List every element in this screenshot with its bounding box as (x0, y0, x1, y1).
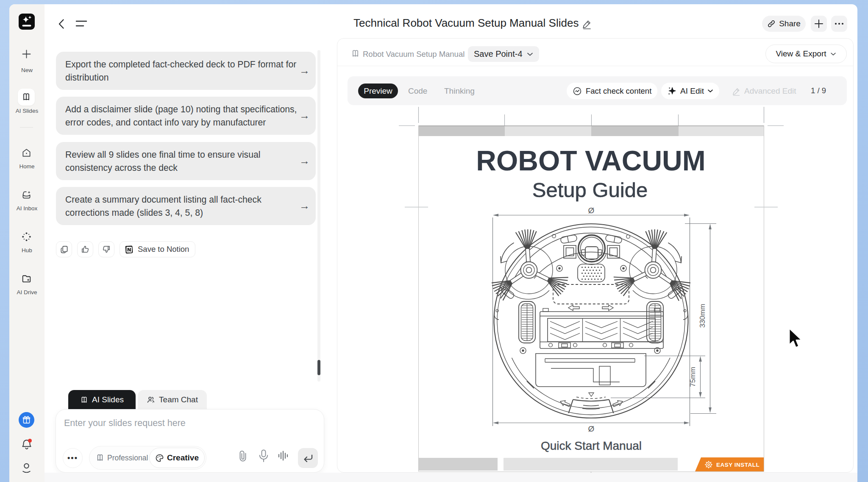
svg-text:EASY INSTALL: EASY INSTALL (716, 462, 760, 468)
svg-text:Ø: Ø (588, 424, 595, 433)
svg-text:Quick Start Manual: Quick Start Manual (541, 439, 642, 452)
svg-text:Setup Guide: Setup Guide (532, 178, 648, 201)
svg-text:75mm: 75mm (689, 367, 697, 387)
svg-text:ROBOT VACUUM: ROBOT VACUUM (476, 145, 705, 176)
svg-text:330mm: 330mm (698, 304, 707, 328)
svg-text:Ø: Ø (588, 206, 595, 215)
